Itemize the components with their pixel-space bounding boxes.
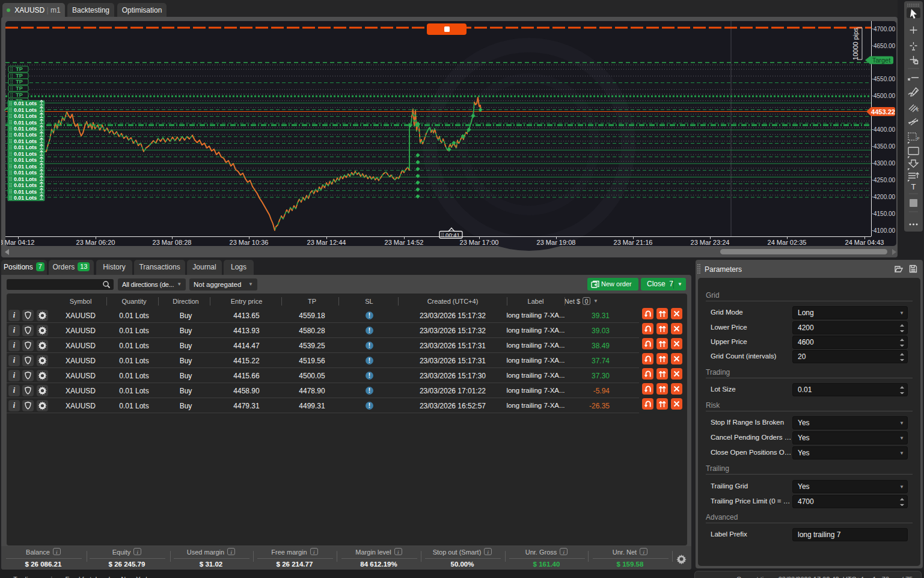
svg-text:23 Mar 12:44: 23 Mar 12:44	[307, 239, 346, 246]
svg-text:0.01 Lots: 0.01 Lots	[14, 138, 37, 144]
svg-text:TP: TP	[16, 73, 23, 79]
svg-text:Target: Target	[872, 57, 891, 64]
svg-text:0.01 Lots: 0.01 Lots	[14, 189, 37, 195]
svg-text:0.01 Lots: 0.01 Lots	[14, 195, 37, 201]
svg-text:23 Mar 23:24: 23 Mar 23:24	[691, 239, 730, 246]
svg-text:4150.00: 4150.00	[874, 211, 896, 217]
svg-text:23 Mar 10:36: 23 Mar 10:36	[230, 239, 269, 246]
svg-text:4500.00: 4500.00	[874, 93, 896, 99]
svg-text:0.01 Lots: 0.01 Lots	[14, 176, 37, 182]
svg-text:0.01 Lots: 0.01 Lots	[14, 100, 37, 106]
svg-text:4550.00: 4550.00	[874, 76, 896, 82]
svg-text:0.01 Lots: 0.01 Lots	[14, 170, 37, 176]
svg-text:€: €	[916, 107, 919, 112]
svg-text:23 Mar 19:08: 23 Mar 19:08	[537, 239, 576, 246]
svg-text:4100.00: 4100.00	[874, 227, 896, 234]
svg-text:F: F	[917, 137, 920, 141]
svg-text:0.01 Lots: 0.01 Lots	[14, 151, 37, 157]
svg-text:4200.00: 4200.00	[874, 194, 896, 200]
svg-text:TP: TP	[16, 79, 23, 85]
svg-text:23 Mar 08:28: 23 Mar 08:28	[153, 239, 192, 246]
svg-text:3 Mar 04:12: 3 Mar 04:12	[1, 239, 34, 246]
svg-text:0.01 Lots: 0.01 Lots	[14, 126, 37, 132]
svg-text:0.01 Lots: 0.01 Lots	[14, 120, 37, 126]
svg-text:24 Mar 02:35: 24 Mar 02:35	[768, 239, 807, 246]
svg-text:TP: TP	[16, 92, 23, 98]
svg-text:4453.22: 4453.22	[871, 108, 895, 115]
svg-text:4300.00: 4300.00	[874, 160, 896, 167]
svg-text:24 Mar 04:43: 24 Mar 04:43	[845, 239, 884, 246]
svg-text:0.01 Lots: 0.01 Lots	[14, 113, 37, 119]
svg-text:0.01 Lots: 0.01 Lots	[14, 132, 37, 138]
svg-text:23 Mar 21:16: 23 Mar 21:16	[614, 239, 653, 246]
svg-text:4250.00: 4250.00	[874, 177, 896, 183]
svg-text:0.01 Lots: 0.01 Lots	[14, 182, 37, 188]
svg-text:4400.00: 4400.00	[874, 126, 896, 133]
svg-text:4700.00: 4700.00	[874, 26, 896, 32]
svg-text:4650.00: 4650.00	[874, 43, 896, 49]
svg-text:23 Mar 17:00: 23 Mar 17:00	[460, 239, 499, 246]
svg-text:T: T	[911, 182, 916, 191]
svg-text:0.01 Lots: 0.01 Lots	[14, 107, 37, 113]
svg-text:4350.00: 4350.00	[874, 143, 896, 150]
svg-text:23 Mar 14:52: 23 Mar 14:52	[385, 239, 424, 246]
svg-text:10000 pips: 10000 pips	[852, 28, 859, 60]
svg-text:0.01 Lots: 0.01 Lots	[14, 157, 37, 163]
svg-text:23 Mar 06:20: 23 Mar 06:20	[76, 239, 115, 246]
svg-text:TP: TP	[16, 85, 23, 91]
svg-text:0.01 Lots: 0.01 Lots	[14, 164, 37, 170]
svg-text:TP: TP	[16, 66, 23, 72]
svg-text:0.01 Lots: 0.01 Lots	[14, 144, 37, 150]
svg-text:00:41: 00:41	[445, 232, 460, 238]
